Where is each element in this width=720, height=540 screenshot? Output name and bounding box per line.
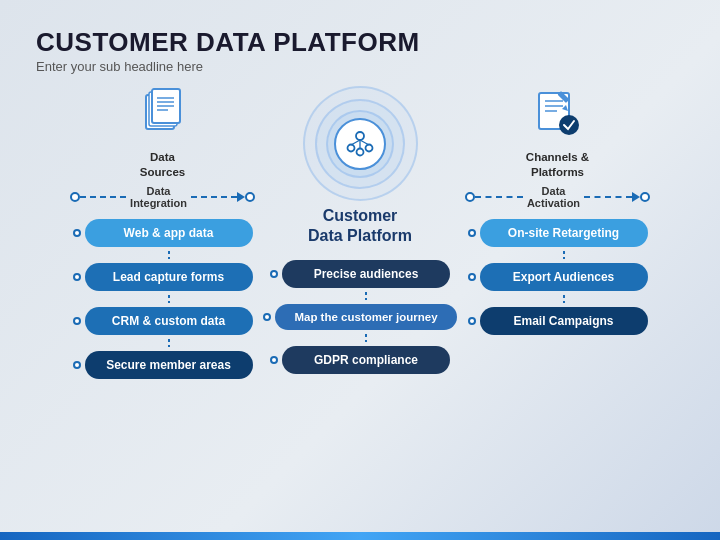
- data-integration-label: DataIntegration: [126, 185, 191, 209]
- sub-headline: Enter your sub headline here: [36, 59, 684, 74]
- r-pill-row-3: Email Campaigns: [468, 303, 648, 339]
- rv-gap-1: [551, 251, 565, 259]
- left-dashed-line2: [191, 196, 237, 198]
- svg-line-11: [351, 140, 360, 145]
- left-arrow-row: DataIntegration: [70, 185, 255, 209]
- main-title: CUSTOMER DATA PLATFORM: [36, 28, 684, 57]
- v-gap-3: [156, 339, 170, 347]
- header: CUSTOMER DATA PLATFORM Enter your sub he…: [36, 28, 684, 74]
- left-pills: Web & app data Lead capture forms CRM & …: [73, 215, 253, 383]
- center-icon-wrap: [300, 84, 420, 204]
- v-gap-2: [156, 295, 170, 303]
- rv-gap-2: [551, 295, 565, 303]
- center-title: CustomerData Platform: [308, 206, 412, 246]
- dot-2: [73, 273, 81, 281]
- pill-map-journey[interactable]: Map the customer journey: [275, 304, 457, 330]
- r-dot-1: [468, 229, 476, 237]
- pill-row-3: CRM & custom data: [73, 303, 253, 339]
- svg-point-7: [356, 132, 364, 140]
- right-end-dot: [640, 192, 650, 202]
- slide: CUSTOMER DATA PLATFORM Enter your sub he…: [0, 0, 720, 540]
- pill-row-1: Web & app data: [73, 215, 253, 251]
- content-area: DataSources DataIntegration Web & app da…: [36, 84, 684, 384]
- svg-point-10: [357, 148, 364, 155]
- pill-lead-capture[interactable]: Lead capture forms: [85, 263, 253, 291]
- right-pills: On-site Retargeting Export Audiences Ema…: [468, 215, 648, 339]
- pill-gdpr[interactable]: GDPR compliance: [282, 346, 450, 374]
- left-section: DataSources DataIntegration Web & app da…: [70, 84, 255, 384]
- pill-secure[interactable]: Secure member areas: [85, 351, 253, 379]
- center-pill-row-2: Map the customer journey: [263, 300, 457, 334]
- right-dashed-line2: [584, 196, 632, 198]
- right-arrow-row: DataActivation: [465, 185, 650, 209]
- svg-point-20: [559, 115, 579, 135]
- right-icon-label: Channels &Platforms: [526, 150, 589, 180]
- svg-point-9: [366, 144, 373, 151]
- pill-row-2: Lead capture forms: [73, 259, 253, 295]
- right-arrow-head: [632, 192, 640, 202]
- center-pills: Precise audiences Map the customer journ…: [263, 256, 457, 378]
- right-dashed-line1: [475, 196, 523, 198]
- v-gap-1: [156, 251, 170, 259]
- r-dot-2: [468, 273, 476, 281]
- dot-4: [73, 361, 81, 369]
- center-icon: [334, 118, 386, 170]
- left-dashed-line: [80, 196, 126, 198]
- c-dot-2: [263, 313, 271, 321]
- dot-1: [73, 229, 81, 237]
- center-pill-row-3: GDPR compliance: [270, 342, 450, 378]
- pill-precise[interactable]: Precise audiences: [282, 260, 450, 288]
- r-pill-row-2: Export Audiences: [468, 259, 648, 295]
- pill-onsite[interactable]: On-site Retargeting: [480, 219, 648, 247]
- cv-gap-2: [353, 334, 367, 342]
- left-end-dot: [245, 192, 255, 202]
- svg-line-12: [360, 140, 369, 145]
- data-activation-label: DataActivation: [523, 185, 584, 209]
- pill-email[interactable]: Email Campaigns: [480, 307, 648, 335]
- center-pill-row-1: Precise audiences: [270, 256, 450, 292]
- cv-gap-1: [353, 292, 367, 300]
- pill-crm[interactable]: CRM & custom data: [85, 307, 253, 335]
- left-dot: [70, 192, 80, 202]
- right-section: Channels &Platforms DataActivation On-si…: [465, 84, 650, 340]
- pill-export[interactable]: Export Audiences: [480, 263, 648, 291]
- c-dot-1: [270, 270, 278, 278]
- channels-icon: [528, 84, 588, 144]
- dot-3: [73, 317, 81, 325]
- left-icon-label: DataSources: [140, 150, 185, 180]
- r-pill-row-1: On-site Retargeting: [468, 215, 648, 251]
- left-arrow-head: [237, 192, 245, 202]
- center-section: CustomerData Platform Precise audiences …: [255, 84, 465, 378]
- r-dot-3: [468, 317, 476, 325]
- right-start-dot: [465, 192, 475, 202]
- svg-point-8: [348, 144, 355, 151]
- data-sources-icon: [133, 84, 193, 144]
- c-dot-3: [270, 356, 278, 364]
- pill-row-4: Secure member areas: [73, 347, 253, 383]
- pill-web-app[interactable]: Web & app data: [85, 219, 253, 247]
